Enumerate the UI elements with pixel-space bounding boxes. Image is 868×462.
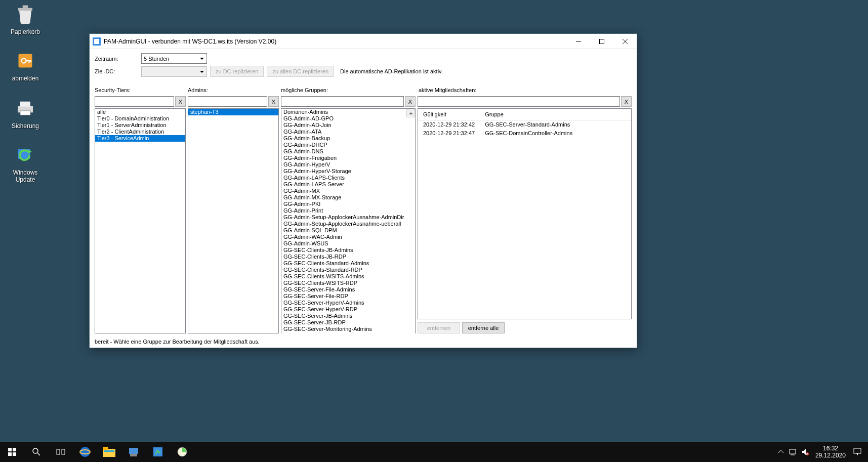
svg-point-17 xyxy=(33,448,38,453)
list-item[interactable]: GG-Admin-Freigaben xyxy=(281,155,406,161)
groups-filter-input[interactable] xyxy=(281,96,404,107)
maximize-button[interactable] xyxy=(590,34,613,49)
list-item[interactable]: stephan-T3 xyxy=(188,109,278,115)
col-validity[interactable]: Gültigkeit xyxy=(418,109,480,120)
list-item[interactable]: GG-Admin-AD-Join xyxy=(281,122,406,129)
list-item[interactable]: GG-Admin-ATA xyxy=(281,129,406,135)
scroll-up-button[interactable] xyxy=(406,109,415,117)
cell-validity: 2020-12-29 21:32:47 xyxy=(418,129,480,137)
svg-rect-24 xyxy=(103,447,108,450)
list-item[interactable]: GG-Admin-DHCP xyxy=(281,142,406,148)
desktop-icon-recycle-bin[interactable]: Papierkorb xyxy=(5,2,46,35)
app-window: PAM-AdminGUI - verbunden mit WS-DC1.ws.i… xyxy=(89,33,637,348)
list-item[interactable]: GG-Admin-PKI xyxy=(281,201,406,207)
close-button[interactable] xyxy=(613,34,637,49)
groups-listbox[interactable]: Domänen-AdminsGG-Admin-AD-GPOGG-Admin-AD… xyxy=(281,108,416,333)
task-view-button[interactable] xyxy=(49,442,73,462)
table-row[interactable]: 2020-12-29 21:32:42GG-SEC-Server-Standar… xyxy=(418,120,631,129)
list-item[interactable]: GG-Admin-LAPS-Clients xyxy=(281,175,406,181)
active-column: X Gültigkeit Gruppe 2020-12-29 21:32:42G… xyxy=(418,96,632,333)
list-item[interactable]: GG-SEC-Server-File-Admins xyxy=(281,286,406,293)
zeitraum-select[interactable]: 5 Stunden xyxy=(141,53,207,64)
list-item[interactable]: Tier1 - ServerAdministration xyxy=(95,122,185,129)
active-filter-clear[interactable]: X xyxy=(621,96,632,107)
taskbar-app-explorer[interactable] xyxy=(97,442,121,462)
list-item[interactable]: GG-SEC-Server-HyperV-Admins xyxy=(281,300,406,306)
list-item[interactable]: GG-Admin-Backup xyxy=(281,135,406,142)
app-icon xyxy=(93,37,101,46)
tray-clock[interactable]: 16:32 29.12.2020 xyxy=(811,445,850,459)
tray-chevron-icon[interactable] xyxy=(775,442,787,462)
list-item[interactable]: GG-Admin-Print xyxy=(281,207,406,214)
replicate-all-dc-button: zu allen DC replizieren xyxy=(267,66,334,77)
list-item[interactable]: Tier0 - DomainAdministration xyxy=(95,115,185,122)
update-icon xyxy=(13,143,37,167)
taskbar-app-generic2[interactable] xyxy=(170,442,194,462)
search-button[interactable] xyxy=(24,442,49,462)
admins-filter-input[interactable] xyxy=(188,96,267,107)
tray-volume-icon[interactable] xyxy=(799,442,811,462)
list-item[interactable]: GG-SEC-Server-File-RDP xyxy=(281,293,406,300)
desktop-icon-label: Sicherung xyxy=(5,122,46,130)
list-item[interactable]: GG-Admin-SQL-DPM xyxy=(281,227,406,234)
replication-status: Die automatische AD-Replikation ist akti… xyxy=(340,68,443,74)
minimize-button[interactable] xyxy=(567,34,590,49)
list-item[interactable]: GG-SEC-Server-JB-RDP xyxy=(281,319,406,326)
list-item[interactable]: GG-SEC-Clients-Standard-Admins xyxy=(281,260,406,267)
list-item[interactable]: GG-Admin-WSUS xyxy=(281,240,406,247)
desktop-icon-label: abmelden xyxy=(5,75,46,82)
list-item[interactable]: GG-SEC-Clients-WSITS-RDP xyxy=(281,280,406,286)
active-filter-input[interactable] xyxy=(418,96,620,107)
svg-rect-26 xyxy=(129,448,138,454)
active-memberships-grid[interactable]: Gültigkeit Gruppe 2020-12-29 21:32:42GG-… xyxy=(418,108,632,319)
start-button[interactable] xyxy=(0,442,24,462)
list-item[interactable]: GG-SEC-Server-Monitoring-RDP xyxy=(281,332,406,333)
list-item[interactable]: GG-Admin-Setup-ApplockerAusnahme-AdminDi… xyxy=(281,214,406,221)
cell-validity: 2020-12-29 21:32:42 xyxy=(418,120,480,129)
list-item[interactable]: GG-SEC-Clients-WSITS-Admins xyxy=(281,273,406,280)
tiers-filter-input[interactable] xyxy=(95,96,174,107)
tray-network-icon[interactable] xyxy=(787,442,799,462)
desktop-icon-windows-update[interactable]: Windows Update xyxy=(5,143,46,183)
replicate-dc-button: zu DC replizieren xyxy=(210,66,264,77)
list-item[interactable]: GG-Admin-MX xyxy=(281,188,406,194)
col-group[interactable]: Gruppe xyxy=(480,109,631,120)
list-item[interactable]: Tier3 - ServiceAdmin xyxy=(95,135,185,142)
taskbar-app-ie[interactable] xyxy=(73,442,97,462)
list-item[interactable]: Domänen-Admins xyxy=(281,109,406,115)
list-item[interactable]: GG-Admin-LAPS-Server xyxy=(281,181,406,188)
list-item[interactable]: GG-Admin-Setup-ApplockerAusnahme-ueberal… xyxy=(281,221,406,227)
list-item[interactable]: alle xyxy=(95,109,185,115)
list-item[interactable]: GG-SEC-Server-HyperV-RDP xyxy=(281,306,406,313)
remove-all-button[interactable]: entferne alle xyxy=(462,322,505,333)
list-item[interactable]: GG-SEC-Clients-JB-Admins xyxy=(281,247,406,254)
list-item[interactable]: Tier2 - ClientAdministration xyxy=(95,129,185,135)
list-item[interactable]: GG-SEC-Clients-JB-RDP xyxy=(281,254,406,260)
desktop-icon-logout[interactable]: abmelden xyxy=(5,49,46,82)
list-item[interactable]: GG-Admin-WAC-Admin xyxy=(281,234,406,240)
tiers-listbox[interactable]: alleTier0 - DomainAdministrationTier1 - … xyxy=(95,108,186,333)
titlebar[interactable]: PAM-AdminGUI - verbunden mit WS-DC1.ws.i… xyxy=(90,34,637,49)
taskbar-app-generic1[interactable] xyxy=(146,442,170,462)
list-item[interactable]: GG-SEC-Clients-Standard-RDP xyxy=(281,267,406,273)
list-item[interactable]: GG-Admin-MX-Storage xyxy=(281,194,406,201)
window-controls xyxy=(567,34,637,49)
taskbar-app-server-manager[interactable] xyxy=(121,442,146,462)
list-item[interactable]: GG-Admin-AD-GPO xyxy=(281,115,406,122)
list-item[interactable]: GG-Admin-HyperV-Storage xyxy=(281,168,406,175)
tiers-filter-clear[interactable]: X xyxy=(175,96,186,107)
columns: X alleTier0 - DomainAdministrationTier1 … xyxy=(95,96,632,333)
zieldc-select xyxy=(141,66,207,77)
desktop-icon-backup[interactable]: Sicherung xyxy=(5,96,46,130)
table-row[interactable]: 2020-12-29 21:32:47GG-SEC-DomainControll… xyxy=(418,129,631,137)
groups-filter-clear[interactable]: X xyxy=(405,96,416,107)
admins-filter-clear[interactable]: X xyxy=(268,96,279,107)
admins-listbox[interactable]: stephan-T3 xyxy=(188,108,279,333)
list-item[interactable]: GG-SEC-Server-JB-Admins xyxy=(281,313,406,319)
key-icon xyxy=(13,49,37,73)
list-item[interactable]: GG-Admin-DNS xyxy=(281,148,406,155)
tray-action-center-icon[interactable] xyxy=(850,442,866,462)
list-item[interactable]: GG-Admin-HyperV xyxy=(281,161,406,168)
list-item[interactable]: GG-SEC-Server-Monitoring-Admins xyxy=(281,326,406,332)
svg-rect-27 xyxy=(130,454,137,456)
